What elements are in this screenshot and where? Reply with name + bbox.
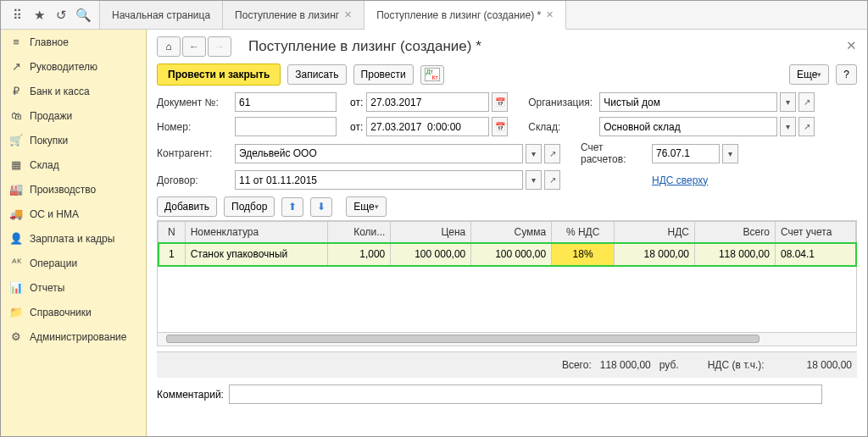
help-button[interactable]: ?	[836, 64, 857, 85]
number-input[interactable]	[235, 117, 337, 136]
sidebar-label: Зарплата и кадры	[30, 233, 114, 245]
total-label: Всего:	[562, 359, 592, 371]
cell-qty: 1,000	[328, 243, 391, 266]
person-icon: 👤	[9, 232, 23, 245]
sidebar-label: Администрирование	[30, 331, 126, 343]
dropdown-icon[interactable]: ▾	[722, 144, 738, 163]
sidebar-item-production[interactable]: 🏭Производство	[1, 177, 146, 202]
vat-incl-label: НДС (в т.ч.):	[708, 359, 765, 371]
col-price[interactable]: Цена	[391, 222, 471, 243]
sidebar-item-manager[interactable]: ↗Руководителю	[1, 54, 146, 79]
sidebar-item-warehouse[interactable]: ▦Склад	[1, 152, 146, 177]
home-button[interactable]: ⌂	[157, 36, 181, 57]
dropdown-icon[interactable]: ▾	[780, 92, 796, 112]
scrollbar-thumb[interactable]	[166, 335, 760, 343]
vat-value: 18 000,00	[807, 359, 852, 371]
table-more-button[interactable]: Еще	[346, 196, 386, 217]
dropdown-icon[interactable]: ▾	[780, 117, 796, 136]
close-form-icon[interactable]: ✕	[846, 38, 857, 53]
contragent-input[interactable]	[235, 144, 523, 163]
ruble-icon: ₽	[9, 85, 23, 97]
search-icon[interactable]: 🔍	[72, 4, 94, 26]
ops-icon: ᴬᴷ	[9, 257, 23, 269]
open-icon[interactable]: ↗	[798, 92, 815, 112]
org-label: Организация:	[511, 97, 596, 108]
star-icon[interactable]: ★	[28, 4, 50, 26]
close-icon[interactable]: ✕	[546, 9, 554, 20]
col-vat[interactable]: НДС	[615, 222, 695, 243]
horizontal-scrollbar[interactable]	[157, 333, 857, 346]
cell-nomen: Станок упаковочный	[185, 243, 328, 266]
post-and-close-button[interactable]: Провести и закрыть	[157, 64, 281, 86]
sidebar-item-reports[interactable]: 📊Отчеты	[1, 275, 146, 300]
col-acct[interactable]: Счет учета	[775, 222, 855, 243]
back-button[interactable]: ←	[182, 36, 206, 57]
more-button[interactable]: Еще	[789, 64, 829, 85]
forward-button[interactable]: →	[208, 36, 231, 57]
doc-no-input[interactable]	[235, 92, 337, 112]
sidebar-item-operations[interactable]: ᴬᴷОперации	[1, 251, 146, 275]
tab-doc2-active[interactable]: Поступление в лизинг (создание) * ✕	[364, 1, 566, 30]
top-toolbar: ⠿ ★ ↺ 🔍 Начальная страница Поступление в…	[1, 1, 867, 30]
vat-mode-link[interactable]: НДС сверху	[652, 174, 708, 186]
sidebar-item-purchases[interactable]: 🛒Покупки	[1, 128, 146, 152]
sidebar-label: Склад	[30, 159, 59, 171]
tab-home[interactable]: Начальная страница	[99, 1, 223, 29]
sidebar-item-sales[interactable]: 🛍Продажи	[1, 103, 146, 128]
comment-input[interactable]	[229, 384, 822, 404]
apps-icon[interactable]: ⠿	[6, 4, 28, 26]
cell-vatp[interactable]: 18%	[552, 243, 615, 266]
date1-input[interactable]	[366, 92, 489, 112]
cell-sum: 100 000,00	[471, 243, 552, 266]
warehouse-input[interactable]	[599, 117, 777, 136]
contract-input[interactable]	[235, 170, 523, 190]
sidebar-item-bank[interactable]: ₽Банк и касса	[1, 79, 146, 103]
sidebar-item-catalogs[interactable]: 📁Справочники	[1, 300, 146, 324]
dtkt-button[interactable]	[420, 65, 444, 85]
warehouse-label: Склад:	[511, 121, 596, 133]
calendar-icon[interactable]: 📅	[492, 92, 508, 112]
dropdown-icon[interactable]: ▾	[526, 144, 542, 163]
sidebar-item-main[interactable]: ≡Главное	[1, 30, 146, 54]
acc-input[interactable]	[652, 144, 720, 163]
menu-icon: ≡	[9, 36, 23, 48]
move-down-button[interactable]: ⬇	[310, 197, 332, 217]
open-icon[interactable]: ↗	[544, 170, 560, 190]
table-row[interactable]: 1 Станок упаковочный 1,000 100 000,00 10…	[159, 243, 856, 266]
col-sum[interactable]: Сумма	[471, 222, 552, 243]
col-qty[interactable]: Коли...	[328, 222, 391, 243]
org-input[interactable]	[599, 92, 777, 112]
col-vatp[interactable]: % НДС	[552, 222, 615, 243]
tab-doc1[interactable]: Поступление в лизинг ✕	[223, 1, 364, 29]
rub-label: руб.	[659, 359, 679, 371]
col-nomen[interactable]: Номенклатура	[185, 222, 328, 243]
sidebar-label: Покупки	[30, 135, 68, 147]
tab-label: Поступление в лизинг	[235, 9, 339, 21]
col-total[interactable]: Всего	[695, 222, 776, 243]
content-area: ✕ ⌂ ← → Поступление в лизинг (создание) …	[147, 30, 867, 436]
history-icon[interactable]: ↺	[50, 4, 72, 26]
cart-icon: 🛒	[9, 134, 23, 147]
cell-total: 118 000,00	[695, 243, 776, 266]
add-button[interactable]: Добавить	[157, 196, 217, 217]
date2-input[interactable]	[366, 117, 489, 136]
pick-button[interactable]: Подбор	[224, 196, 275, 217]
tab-label: Поступление в лизинг (создание) *	[376, 9, 541, 21]
sidebar-item-admin[interactable]: ⚙Администрирование	[1, 324, 146, 349]
save-button[interactable]: Записать	[287, 64, 346, 85]
sidebar-label: Отчеты	[30, 282, 64, 294]
sidebar: ≡Главное ↗Руководителю ₽Банк и касса 🛍Пр…	[1, 30, 147, 436]
post-button[interactable]: Провести	[353, 64, 414, 85]
col-n[interactable]: N	[159, 222, 186, 243]
sidebar-item-hr[interactable]: 👤Зарплата и кадры	[1, 226, 146, 251]
open-icon[interactable]: ↗	[798, 117, 815, 136]
sidebar-label: Банк и касса	[30, 86, 90, 97]
grid-icon: ▦	[9, 158, 23, 171]
close-icon[interactable]: ✕	[344, 9, 352, 20]
open-icon[interactable]: ↗	[544, 144, 560, 163]
calendar-icon[interactable]: 📅	[492, 117, 508, 136]
move-up-button[interactable]: ⬆	[281, 197, 303, 217]
tabs: Начальная страница Поступление в лизинг …	[99, 1, 867, 29]
dropdown-icon[interactable]: ▾	[526, 170, 542, 190]
sidebar-item-assets[interactable]: 🚚ОС и НМА	[1, 202, 146, 226]
